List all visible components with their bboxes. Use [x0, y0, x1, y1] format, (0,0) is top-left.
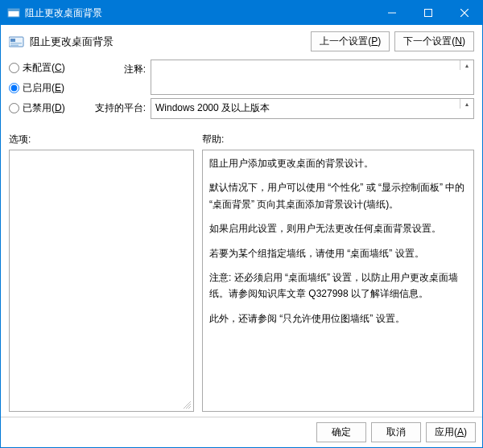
radio-enabled-label: 已启用(E): [23, 81, 64, 95]
columns: 选项: 帮助: 阻止用户添加或更改桌面的背景设计。 默认情况下，用户可以使用 “…: [9, 133, 474, 412]
titlebar-title: 阻止更改桌面背景: [25, 6, 374, 20]
options-column: 选项:: [9, 133, 194, 412]
svg-rect-6: [10, 44, 19, 46]
header-row: 阻止更改桌面背景 上一个设置(P) 下一个设置(N): [9, 31, 474, 51]
help-paragraph: 如果启用此设置，则用户无法更改任何桌面背景设置。: [209, 220, 467, 236]
radio-not-configured-label: 未配置(C): [23, 61, 65, 75]
radio-disabled[interactable]: 已禁用(D): [9, 101, 81, 115]
svg-rect-5: [10, 43, 22, 44]
maximize-button[interactable]: [410, 1, 446, 25]
help-content: 阻止用户添加或更改桌面的背景设计。 默认情况下，用户可以使用 “个性化” 或 “…: [203, 150, 473, 411]
config-row: 未配置(C) 已启用(E) 已禁用(D) 注释: ▴: [9, 60, 474, 121]
help-label: 帮助:: [202, 133, 474, 146]
nav-buttons: 上一个设置(P) 下一个设置(N): [311, 31, 474, 51]
supported-value: Windows 2000 及以上版本: [155, 102, 270, 113]
comment-spin-up[interactable]: ▴: [460, 60, 473, 70]
help-paragraph: 此外，还请参阅 “只允许使用位图墙纸” 设置。: [209, 310, 467, 327]
help-paragraph: 若要为某个组指定墙纸，请使用 “桌面墙纸” 设置。: [209, 245, 467, 261]
ok-button[interactable]: 确定: [316, 422, 366, 442]
radio-not-configured-input[interactable]: [9, 63, 19, 73]
apply-button[interactable]: 应用(A): [426, 422, 476, 442]
radio-disabled-label: 已禁用(D): [23, 101, 65, 115]
help-panel[interactable]: 阻止用户添加或更改桌面的背景设计。 默认情况下，用户可以使用 “个性化” 或 “…: [202, 150, 474, 412]
close-button[interactable]: [446, 1, 482, 25]
footer: 确定 取消 应用(A): [1, 417, 482, 447]
supported-row: 支持的平台: Windows 2000 及以上版本 ▴ ▾: [89, 98, 474, 119]
fields: 注释: ▴ ▾ 支持的平台: Windows 2000 及以上版本: [89, 60, 474, 121]
comment-label: 注释:: [89, 60, 146, 76]
comment-spin: ▴ ▾: [460, 60, 473, 80]
supported-spin-up[interactable]: ▴: [460, 99, 473, 109]
supported-label: 支持的平台:: [89, 98, 146, 115]
previous-setting-button[interactable]: 上一个设置(P): [311, 31, 390, 51]
next-setting-button[interactable]: 下一个设置(N): [394, 31, 474, 51]
comment-row: 注释: ▴ ▾: [89, 60, 474, 95]
window: 阻止更改桌面背景 阻止更改桌面背景: [0, 0, 483, 448]
supported-spin: ▴ ▾: [460, 99, 473, 118]
help-paragraph: 默认情况下，用户可以使用 “个性化” 或 “显示控制面板” 中的 “桌面背景” …: [209, 179, 467, 212]
radio-enabled[interactable]: 已启用(E): [9, 81, 81, 95]
radio-not-configured[interactable]: 未配置(C): [9, 61, 81, 75]
titlebar: 阻止更改桌面背景: [1, 1, 482, 25]
minimize-button[interactable]: [374, 1, 410, 25]
supported-textbox[interactable]: Windows 2000 及以上版本 ▴ ▾: [151, 98, 474, 119]
help-paragraph: 阻止用户添加或更改桌面的背景设计。: [209, 155, 467, 171]
help-column: 帮助: 阻止用户添加或更改桌面的背景设计。 默认情况下，用户可以使用 “个性化”…: [202, 133, 474, 412]
app-icon: [7, 6, 20, 19]
client-area: 阻止更改桌面背景 上一个设置(P) 下一个设置(N) 未配置(C) 已启用(E): [1, 25, 482, 417]
options-label: 选项:: [9, 133, 194, 146]
window-controls: [374, 1, 482, 25]
svg-rect-1: [8, 9, 19, 11]
help-paragraph: 注意: 还必须启用 “桌面墙纸” 设置，以防止用户更改桌面墙纸。请参阅知识库文章…: [209, 269, 467, 302]
svg-rect-4: [10, 39, 15, 42]
cancel-button[interactable]: 取消: [371, 422, 421, 442]
svg-rect-2: [424, 10, 431, 17]
radio-disabled-input[interactable]: [9, 103, 19, 113]
radio-enabled-input[interactable]: [9, 83, 19, 93]
comment-textbox[interactable]: ▴ ▾: [151, 60, 474, 95]
state-radios: 未配置(C) 已启用(E) 已禁用(D): [9, 60, 81, 121]
policy-icon: [9, 35, 25, 48]
page-title: 阻止更改桌面背景: [30, 35, 311, 49]
options-panel[interactable]: [9, 150, 194, 412]
